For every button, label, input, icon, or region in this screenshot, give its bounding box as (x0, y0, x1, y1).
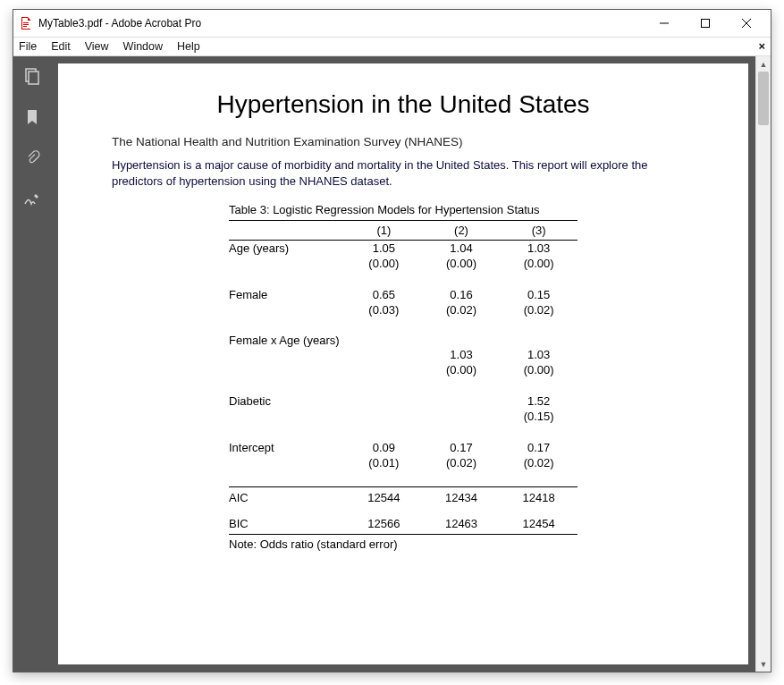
cell: 0.65 (345, 288, 423, 301)
table-row: Age (years) 1.05 1.04 1.03 (229, 241, 577, 256)
titlebar: MyTable3.pdf - Adobe Acrobat Pro (13, 10, 771, 37)
document-viewport[interactable]: Hypertension in the United States The Na… (51, 56, 755, 672)
pages-panel-button[interactable] (21, 65, 43, 87)
scroll-track[interactable] (756, 72, 771, 656)
attachments-panel-button[interactable] (21, 148, 43, 169)
cell: 0.17 (500, 441, 577, 454)
cell: (0.01) (345, 456, 423, 469)
svg-rect-0 (702, 20, 710, 28)
row-label: BIC (229, 517, 345, 530)
cell: 0.15 (500, 288, 577, 301)
cell: 1.52 (500, 394, 577, 408)
bookmarks-panel-button[interactable] (21, 106, 43, 128)
table-row-se: (0.00) (0.00) (229, 362, 577, 377)
close-button[interactable] (726, 10, 767, 37)
table-caption: Table 3: Logistic Regression Models for … (229, 201, 577, 221)
cell: 12544 (345, 491, 423, 504)
minimize-button[interactable] (644, 10, 685, 37)
cell: 1.05 (345, 241, 423, 255)
cell: (0.00) (423, 363, 501, 376)
cell: (0.00) (500, 363, 577, 376)
cell: (0.03) (345, 303, 423, 317)
document-content: Hypertension in the United States The Na… (58, 63, 748, 551)
doc-body: Hypertension is a major cause of morbidi… (112, 157, 695, 189)
cell: 1.03 (500, 241, 577, 255)
table-header-blank (229, 224, 345, 237)
col-2-header: (2) (423, 224, 501, 237)
workarea: Hypertension in the United States The Na… (13, 56, 771, 672)
table-row: Female 0.65 0.16 0.15 (229, 287, 577, 302)
row-label: Intercept (229, 441, 345, 454)
col-1-header: (1) (345, 224, 423, 237)
cell: 12454 (500, 517, 577, 530)
menu-window[interactable]: Window (123, 40, 163, 53)
cell: (0.15) (500, 410, 577, 423)
cell: 0.09 (345, 441, 423, 454)
signature-icon (23, 191, 41, 207)
window-title: MyTable3.pdf - Adobe Acrobat Pro (38, 17, 201, 30)
cell: 12434 (423, 491, 501, 504)
table-row: Female x Age (years) (229, 334, 577, 349)
pdf-file-icon (19, 16, 33, 30)
menu-file[interactable]: File (19, 40, 37, 53)
table-row: Diabetic 1.52 (229, 393, 577, 409)
menu-edit[interactable]: Edit (51, 40, 71, 53)
cell: (0.02) (423, 303, 501, 317)
cell (345, 394, 423, 408)
cell: (0.02) (423, 456, 501, 469)
table-row-se: (0.15) (229, 409, 577, 424)
app-window: MyTable3.pdf - Adobe Acrobat Pro File Ed… (13, 9, 771, 672)
table-row: Intercept 0.09 0.17 0.17 (229, 440, 577, 455)
row-label: Diabetic (229, 394, 345, 408)
scroll-thumb[interactable] (758, 72, 769, 125)
table-header-row: (1) (2) (3) (229, 221, 577, 241)
document-page: Hypertension in the United States The Na… (58, 63, 748, 664)
cell: (0.02) (500, 303, 577, 317)
menubar: File Edit View Window Help × (13, 37, 771, 56)
menu-view[interactable]: View (85, 40, 109, 53)
cell (345, 410, 423, 423)
cell: 0.16 (423, 288, 501, 301)
close-document-button[interactable]: × (758, 39, 765, 53)
cell: (0.00) (423, 257, 501, 270)
signatures-panel-button[interactable] (21, 189, 43, 210)
pages-icon (23, 67, 41, 85)
doc-subtitle: The National Health and Nutrition Examin… (112, 135, 695, 148)
cell: 1.04 (423, 241, 501, 255)
row-label: AIC (229, 491, 345, 504)
menu-help[interactable]: Help (177, 40, 200, 53)
maximize-button[interactable] (685, 10, 726, 37)
doc-title: Hypertension in the United States (112, 90, 695, 119)
table-row-se: (0.03) (0.02) (0.02) (229, 302, 577, 317)
table-stat-row: BIC 12566 12463 12454 (229, 516, 577, 535)
table-stat-row: AIC 12544 12434 12418 (229, 486, 577, 505)
left-toolrail (13, 56, 51, 672)
window-title-area: MyTable3.pdf - Adobe Acrobat Pro (19, 16, 644, 30)
cell: 12463 (423, 517, 501, 530)
row-label: Female (229, 288, 345, 301)
bookmark-icon (24, 108, 40, 126)
cell: (0.00) (500, 257, 577, 270)
row-label: Female x Age (years) (229, 334, 345, 348)
table-row-se: (0.01) (0.02) (0.02) (229, 455, 577, 470)
col-3-header: (3) (500, 224, 577, 237)
cell: (0.00) (345, 257, 423, 270)
cell: 12418 (500, 491, 577, 504)
minimize-icon (660, 19, 669, 28)
paperclip-icon (24, 149, 40, 167)
maximize-icon (701, 19, 710, 28)
vertical-scrollbar[interactable]: ▲ ▼ (755, 56, 771, 672)
table-row-se: (0.00) (0.00) (0.00) (229, 256, 577, 271)
table-row: 1.03 1.03 (229, 347, 577, 362)
regression-table: Table 3: Logistic Regression Models for … (229, 201, 577, 551)
svg-rect-2 (29, 72, 38, 84)
scroll-down-button[interactable]: ▼ (756, 656, 771, 672)
close-icon (742, 19, 751, 28)
table-note: Note: Odds ratio (standard error) (229, 535, 577, 551)
cell: 1.03 (500, 348, 577, 361)
cell: 12566 (345, 517, 423, 530)
cell (345, 363, 423, 376)
cell (423, 394, 501, 408)
cell (423, 410, 501, 423)
scroll-up-button[interactable]: ▲ (756, 56, 771, 72)
